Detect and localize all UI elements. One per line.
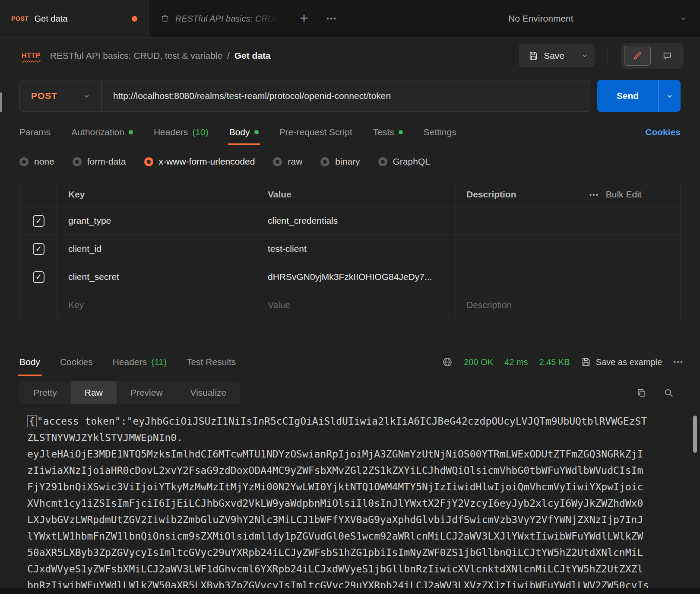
description-cell[interactable]	[456, 207, 680, 235]
radio-label: GraphQL	[393, 156, 430, 167]
new-tab-button[interactable]: +	[290, 0, 318, 37]
row-checkbox[interactable]: ✓	[33, 243, 44, 255]
response-options-button[interactable]: •••	[673, 358, 684, 366]
url-row: POST http://localhost:8080/realms/test-r…	[19, 80, 681, 112]
key-cell[interactable]: client_id	[58, 235, 257, 263]
response-tab-headers[interactable]: Headers (11)	[113, 348, 167, 376]
table-header-row: Key Value Description ••• Bulk Edit	[20, 182, 680, 207]
comment-button[interactable]	[654, 46, 681, 66]
http-request-icon: HTTP	[22, 52, 41, 60]
tab-params[interactable]: Params	[19, 120, 51, 145]
response-text: "access_token":"eyJhbGciOiJSUzI1NiIsInR5…	[37, 416, 647, 427]
tab-headers[interactable]: Headers (10)	[154, 120, 209, 145]
editor-tools-group	[621, 43, 684, 69]
window-bottom-edge	[0, 588, 700, 594]
chevron-down-icon	[83, 92, 90, 100]
save-button[interactable]: Save	[519, 44, 574, 67]
response-line: zIiwiaXNzIjoiaHR0cDovL2xvY2FsaG9zdDoxODA…	[27, 462, 700, 479]
scrollbar-thumb[interactable]	[693, 416, 697, 453]
edit-button[interactable]	[624, 46, 651, 66]
save-icon	[529, 51, 538, 60]
save-icon	[581, 357, 591, 367]
tab-count: (11)	[151, 357, 167, 367]
description-cell[interactable]	[456, 263, 680, 291]
bodytype-raw[interactable]: raw	[273, 156, 302, 167]
response-size[interactable]: 2.45 KB	[539, 357, 570, 367]
tab-options-button[interactable]: •••	[318, 0, 345, 37]
tab-label: Body	[229, 127, 250, 137]
request-tab-collection[interactable]: RESTful API basics: CRUD	[149, 0, 290, 37]
key-cell-placeholder[interactable]: Key	[58, 291, 257, 319]
value-cell[interactable]: client_credentials	[257, 207, 456, 235]
response-line: ZLSTNYVWJZYklSTVJMWEpNIn0.	[27, 429, 700, 446]
request-tab-active[interactable]: POST Get data	[0, 0, 149, 37]
bodytype-binary[interactable]: binary	[320, 156, 360, 167]
view-tab-visualize[interactable]: Visualize	[177, 381, 241, 404]
cookies-link[interactable]: Cookies	[645, 127, 681, 137]
plus-icon: +	[300, 10, 308, 25]
column-header-value: Value	[257, 182, 456, 206]
tab-settings[interactable]: Settings	[424, 120, 456, 145]
breadcrumb: RESTful API basics: CRUD, test & variabl…	[50, 51, 271, 61]
key-cell[interactable]: client_secret	[58, 263, 257, 291]
value-cell[interactable]: dHRSvGN0yjMk3FzkIIOHIOG84JeDy7...	[257, 263, 456, 291]
matched-brace: {	[27, 415, 37, 427]
bodytype-graphql[interactable]: GraphQL	[378, 156, 430, 167]
bodytype-x-www-form-urlencoded[interactable]: x-www-form-urlencoded	[144, 156, 255, 167]
table-row: ✓ grant_type client_credentials	[20, 207, 680, 235]
view-tab-pretty[interactable]: Pretty	[19, 381, 71, 404]
response-tab-body[interactable]: Body	[19, 348, 40, 376]
network-globe-icon[interactable]	[442, 357, 453, 367]
copy-icon[interactable]	[637, 388, 646, 398]
request-tabs: Params Authorization Headers (10) Body P…	[19, 120, 681, 145]
bodytype-form-data[interactable]: form-data	[73, 156, 126, 167]
tab-prerequest-script[interactable]: Pre-request Script	[279, 120, 352, 145]
description-cell-placeholder[interactable]: Description	[456, 291, 680, 319]
response-view-switcher: Pretty Raw Preview Visualize	[19, 381, 240, 404]
save-as-example-button[interactable]: Save as example	[581, 357, 662, 367]
radio-label: x-www-form-urlencoded	[159, 156, 255, 167]
bulk-edit-label: Bulk Edit	[606, 189, 642, 200]
value-cell-placeholder[interactable]: Value	[257, 291, 456, 319]
response-tab-cookies[interactable]: Cookies	[60, 348, 93, 376]
value-cell[interactable]: test-client	[257, 235, 456, 263]
bulk-edit-button[interactable]: ••• Bulk Edit	[579, 182, 680, 206]
more-icon: •••	[589, 191, 599, 198]
view-tab-preview[interactable]: Preview	[117, 381, 177, 404]
response-line: XVhcmt1cy1iZSIsImFjciI6IjEiLCJhbGxvd2VkL…	[27, 495, 700, 511]
row-checkbox[interactable]: ✓	[33, 215, 44, 227]
response-line: eyJleHAiOjE3MDE1NTQ5MzksImlhdCI6MTcwMTU1…	[27, 446, 700, 462]
tab-authorization[interactable]: Authorization	[71, 120, 133, 145]
search-icon[interactable]	[664, 388, 674, 398]
environment-selector[interactable]: No Environment	[489, 0, 700, 37]
response-line: lYWxtLW1hbmFnZW1lbnQiOnsicm9sZXMiOlsidml…	[27, 528, 700, 544]
bodytype-none[interactable]: none	[19, 156, 54, 167]
radio-label: binary	[335, 156, 360, 167]
response-tab-test-results[interactable]: Test Results	[187, 348, 236, 376]
tab-body[interactable]: Body	[229, 120, 259, 145]
view-tab-raw[interactable]: Raw	[71, 381, 117, 404]
response-time[interactable]: 42 ms	[504, 357, 528, 367]
response-body[interactable]: {"access_token":"eyJhbGciOiJSUzI1NiIsInR…	[27, 413, 700, 588]
save-options-button[interactable]	[574, 44, 595, 67]
radio-icon	[378, 157, 387, 166]
tab-tests[interactable]: Tests	[373, 120, 403, 145]
chevron-down-icon	[679, 15, 687, 22]
status-code[interactable]: 200 OK	[464, 357, 493, 367]
row-checkbox[interactable]: ✓	[33, 271, 44, 283]
tab-label: Pre-request Script	[279, 127, 352, 137]
radio-icon	[320, 157, 329, 166]
tab-label: Cookies	[60, 357, 93, 367]
method-select[interactable]: POST	[20, 80, 102, 111]
response-line: 50aXR5LXByb3ZpZGVycyIsImltcGVyc29uYXRpb2…	[27, 544, 700, 561]
breadcrumb-collection[interactable]: RESTful API basics: CRUD, test & variabl…	[50, 51, 222, 61]
key-cell[interactable]: grant_type	[58, 207, 257, 235]
tab-label: Params	[19, 127, 51, 137]
response-line: CJxdWVyeS1yZWFsbXMiLCJ2aWV3LWF1dGhvcml6Y…	[27, 561, 700, 577]
postman-app: POST Get data RESTful API basics: CRUD +…	[0, 0, 700, 594]
send-button[interactable]: Send	[597, 80, 681, 112]
send-options-button[interactable]	[658, 80, 681, 112]
url-input[interactable]: http://localhost:8080/realms/test-reaml/…	[102, 80, 591, 111]
sidebar-handle[interactable]	[0, 92, 2, 112]
description-cell[interactable]	[456, 235, 680, 263]
